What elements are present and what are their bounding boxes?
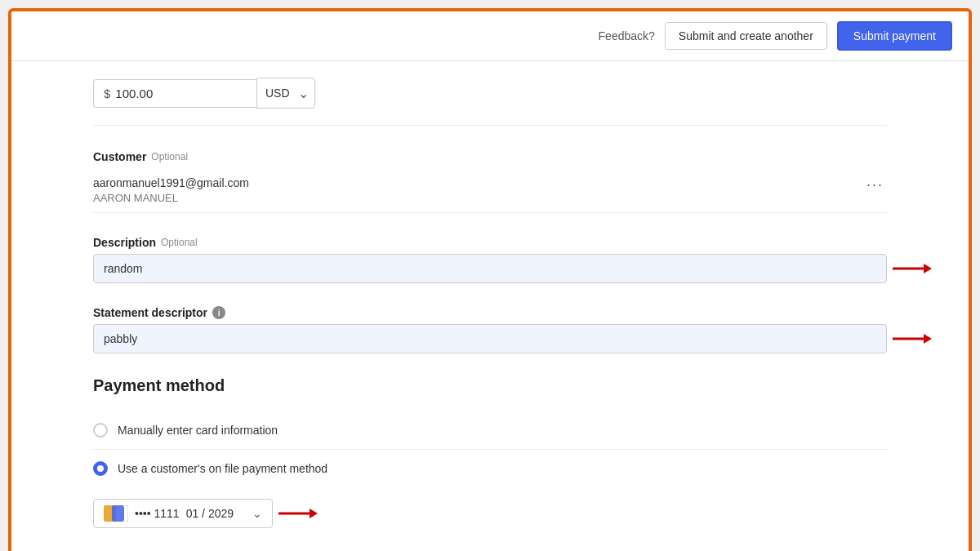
statement-descriptor-arrow-indicator <box>893 331 932 347</box>
on-file-label: Use a customer's on file payment method <box>118 462 327 475</box>
header-bar: Feedback? Submit and create another Subm… <box>11 11 969 61</box>
currency-wrapper[interactable]: USD EUR GBP <box>256 78 315 109</box>
on-file-radio[interactable] <box>93 461 108 476</box>
statement-descriptor-section: Statement descriptor i <box>93 306 887 353</box>
info-icon[interactable]: i <box>212 306 225 319</box>
customer-email: aaronmanuel1991@gmail.com <box>93 176 249 189</box>
customer-name: AARON MANUEL <box>93 192 249 204</box>
on-file-payment-option[interactable]: Use a customer's on file payment method <box>93 450 887 487</box>
card-arrow-indicator <box>278 505 318 522</box>
card-on-file-row: •••• 1111 01 / 2029 ⌄ <box>93 499 887 528</box>
more-options-button[interactable]: ··· <box>863 176 887 193</box>
statement-descriptor-label: Statement descriptor i <box>93 306 887 319</box>
manual-card-option[interactable]: Manually enter card information <box>93 411 887 450</box>
manual-card-radio[interactable] <box>93 423 108 438</box>
description-input[interactable] <box>93 254 887 283</box>
description-optional-tag: Optional <box>161 237 198 248</box>
main-content: $ 100.00 USD EUR GBP Customer Optional a… <box>11 61 969 551</box>
card-brand-icon <box>104 505 128 522</box>
submit-payment-button[interactable]: Submit payment <box>837 21 952 51</box>
customer-optional-tag: Optional <box>151 151 188 162</box>
card-chevron-icon: ⌄ <box>252 507 262 520</box>
manual-card-label: Manually enter card information <box>118 424 278 437</box>
app-container: Feedback? Submit and create another Subm… <box>8 8 972 551</box>
card-dots: •••• 1111 <box>135 507 180 520</box>
feedback-label: Feedback? <box>599 29 655 42</box>
description-section: Description Optional <box>93 236 887 283</box>
card-selector[interactable]: •••• 1111 01 / 2029 ⌄ <box>93 499 273 528</box>
dollar-sign: $ <box>104 87 110 100</box>
currency-select[interactable]: USD EUR GBP <box>256 78 315 109</box>
payment-method-title: Payment method <box>93 376 887 395</box>
svg-marker-3 <box>924 334 932 344</box>
customer-info: aaronmanuel1991@gmail.com AARON MANUEL ·… <box>93 168 887 213</box>
description-section-label: Description Optional <box>93 236 887 249</box>
customer-section-label: Customer Optional <box>93 150 887 163</box>
description-arrow-indicator <box>893 260 932 277</box>
amount-value: 100.00 <box>115 87 153 100</box>
customer-details: aaronmanuel1991@gmail.com AARON MANUEL <box>93 176 249 204</box>
payment-method-section: Payment method Manually enter card infor… <box>93 376 887 528</box>
svg-rect-6 <box>112 505 124 522</box>
statement-descriptor-input[interactable] <box>93 324 887 353</box>
amount-input[interactable]: $ 100.00 <box>93 79 256 108</box>
svg-marker-1 <box>924 264 932 273</box>
card-expiry: 01 / 2029 <box>186 507 234 520</box>
submit-and-create-another-button[interactable]: Submit and create another <box>665 22 827 50</box>
svg-marker-8 <box>310 509 318 518</box>
customer-section: Customer Optional aaronmanuel1991@gmail.… <box>93 150 887 213</box>
amount-row: $ 100.00 USD EUR GBP <box>93 78 887 126</box>
